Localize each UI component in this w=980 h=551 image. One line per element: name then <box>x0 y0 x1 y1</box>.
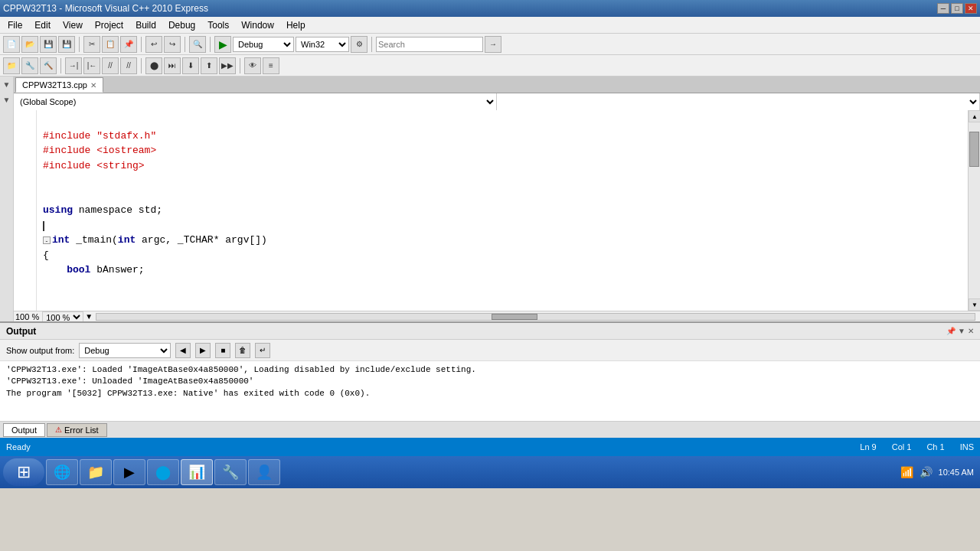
platform-select[interactable]: Win32 <box>296 37 349 52</box>
maximize-button[interactable]: □ <box>951 3 963 14</box>
separator5 <box>371 37 372 52</box>
status-ready: Ready <box>6 442 31 452</box>
output-line-1: 'CPPW32T13.exe': Loaded 'ImageAtBase0x4a… <box>6 364 974 376</box>
solution-explorer-button[interactable]: 📁 <box>3 57 20 74</box>
menu-tools[interactable]: Tools <box>201 18 235 32</box>
open-file-button[interactable]: 📂 <box>21 36 38 53</box>
zoom-label: 100 % <box>15 312 39 321</box>
output-header: Output 📌 ▼ ✕ <box>0 323 980 340</box>
output-stop-button[interactable]: ■ <box>215 343 230 358</box>
device-button[interactable]: ⚙ <box>351 36 368 53</box>
zoom-select[interactable]: 100 % <box>42 311 83 322</box>
collapse-button[interactable]: - <box>43 236 51 244</box>
solution-explorer-icon[interactable]: ▼ <box>1 78 13 90</box>
search-input[interactable] <box>376 37 483 52</box>
taskbar-task2[interactable]: 🔧 <box>214 459 247 485</box>
editor-tab-main[interactable]: CPPW32T13.cpp ✕ <box>15 77 103 93</box>
taskbar-user[interactable]: 👤 <box>248 459 280 485</box>
search-execute-button[interactable]: → <box>485 36 501 53</box>
volume-icon[interactable]: 🔊 <box>920 466 933 478</box>
toolbox-button[interactable]: 🔨 <box>40 57 57 74</box>
bottom-tab-output[interactable]: Output <box>3 423 45 437</box>
start-button[interactable]: ⊞ <box>3 458 44 486</box>
taskbar-ie[interactable]: 🌐 <box>46 459 78 485</box>
main-area: ▼ ▼ CPPW32T13.cpp ✕ (Global Scope) <box>0 77 980 321</box>
output-wordwrap-button[interactable]: ↵ <box>255 343 270 358</box>
outdent-button[interactable]: |← <box>83 57 100 74</box>
paste-button[interactable]: 📌 <box>120 36 137 53</box>
watch-button[interactable]: 👁 <box>244 57 261 74</box>
code-editor: #include "stdafx.h" #include <iostream> … <box>14 110 980 311</box>
format-button[interactable]: ≡ <box>263 57 279 74</box>
breakpoint-button[interactable]: ⬤ <box>145 57 162 74</box>
media-player-icon: ▶ <box>120 463 139 481</box>
hscroll-track[interactable] <box>96 313 975 321</box>
indent-button[interactable]: →| <box>65 57 82 74</box>
output-line-2: 'CPPW32T13.exe': Unloaded 'ImageAtBase0x… <box>6 376 974 387</box>
minimize-button[interactable]: ─ <box>937 3 949 14</box>
undo-button[interactable]: ↩ <box>145 36 162 53</box>
code-content[interactable]: #include "stdafx.h" #include <iostream> … <box>37 110 968 311</box>
menu-edit[interactable]: Edit <box>28 18 57 32</box>
scope-bar: (Global Scope) <box>14 93 980 110</box>
continue-button[interactable]: ▶▶ <box>219 57 236 74</box>
output-next-button[interactable]: ▶ <box>195 343 211 358</box>
separator2 <box>141 37 142 52</box>
line-numbers <box>14 110 37 311</box>
taskbar-hp[interactable]: ⬤ <box>147 459 179 485</box>
left-panel: ▼ ▼ <box>0 77 14 321</box>
menu-project[interactable]: Project <box>89 18 129 32</box>
cut-button[interactable]: ✂ <box>83 36 100 53</box>
step-over-button[interactable]: ⏭ <box>164 57 181 74</box>
output-controls: Show output from: Debug ◀ ▶ ■ 🗑 ↵ <box>0 340 980 361</box>
taskbar-powerpoint[interactable]: 📊 <box>181 459 213 485</box>
comment-button[interactable]: // <box>102 57 119 74</box>
output-pin-button[interactable]: 📌 <box>946 327 956 335</box>
menu-view[interactable]: View <box>57 18 89 32</box>
menu-help[interactable]: Help <box>280 18 312 32</box>
uncomment-button[interactable]: // <box>120 57 137 74</box>
start-debug-button[interactable]: ▶ <box>214 36 231 53</box>
class-view-icon[interactable]: ▼ <box>1 93 13 106</box>
properties-button[interactable]: 🔧 <box>21 57 38 74</box>
scroll-up-button[interactable]: ▲ <box>969 110 980 122</box>
taskbar-mediaplayer[interactable]: ▶ <box>113 459 145 485</box>
vscroll-track[interactable] <box>969 122 980 298</box>
scope-left-select[interactable]: (Global Scope) <box>14 93 497 110</box>
configuration-select[interactable]: Debug <box>233 37 294 52</box>
output-clear-button[interactable]: 🗑 <box>235 343 250 358</box>
scroll-down-button[interactable]: ▼ <box>969 298 980 311</box>
close-button[interactable]: ✕ <box>965 3 977 14</box>
menu-window[interactable]: Window <box>235 18 280 32</box>
line-num-2 <box>15 129 34 144</box>
taskbar-explorer[interactable]: 📁 <box>80 459 112 485</box>
step-into-button[interactable]: ⬇ <box>182 57 199 74</box>
line-num-1 <box>15 113 34 129</box>
line-num-8 <box>15 218 34 233</box>
output-close-button[interactable]: ✕ <box>968 327 974 335</box>
hscrollbar: 100 % 100 % ▼ <box>14 311 980 321</box>
menu-debug[interactable]: Debug <box>162 18 201 32</box>
step-out-button[interactable]: ⬆ <box>201 57 217 74</box>
bottom-tab-errors[interactable]: ⚠ Error List <box>47 423 107 437</box>
vscroll-thumb[interactable] <box>969 132 979 167</box>
tab-close-button[interactable]: ✕ <box>90 81 96 90</box>
new-file-button[interactable]: 📄 <box>3 36 20 53</box>
output-prev-button[interactable]: ◀ <box>175 343 191 358</box>
hscroll-thumb[interactable] <box>492 314 537 320</box>
find-button[interactable]: 🔍 <box>189 36 206 53</box>
save-all-button[interactable]: 💾 <box>58 36 75 53</box>
menu-file[interactable]: File <box>2 18 28 32</box>
output-source-select[interactable]: Debug <box>79 343 171 358</box>
redo-button[interactable]: ↪ <box>164 36 181 53</box>
status-ln: Ln 9 <box>860 442 876 452</box>
copy-button[interactable]: 📋 <box>102 36 119 53</box>
output-dropdown-button[interactable]: ▼ <box>958 327 965 335</box>
save-button[interactable]: 💾 <box>40 36 57 53</box>
line-num-3 <box>15 143 34 158</box>
menu-build[interactable]: Build <box>129 18 162 32</box>
network-icon[interactable]: 📶 <box>900 466 913 478</box>
scope-right-select[interactable] <box>497 93 980 110</box>
explorer-icon: 📁 <box>87 463 105 481</box>
zoom-dropdown[interactable]: ▼ <box>85 312 93 321</box>
